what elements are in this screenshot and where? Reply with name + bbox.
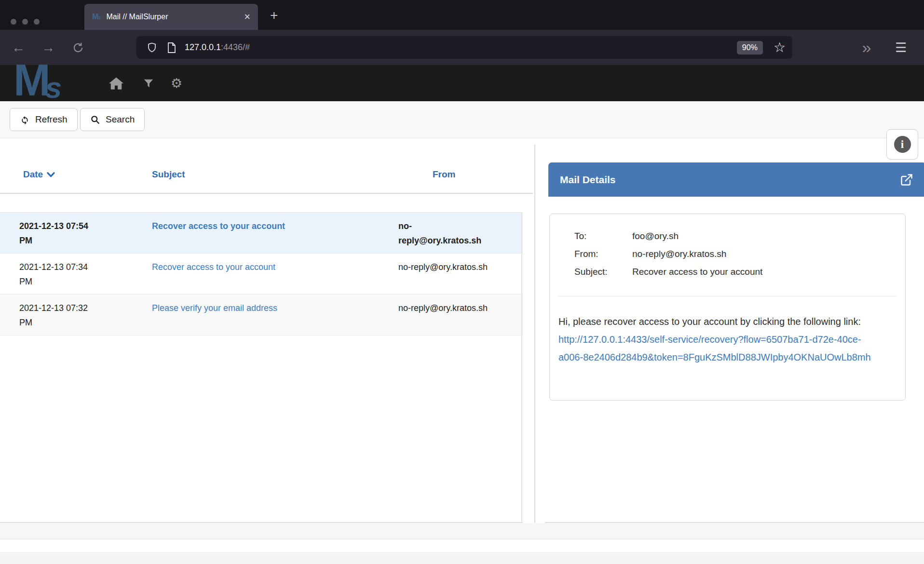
- browser-tab[interactable]: Ms Mail // MailSlurper ×: [84, 4, 258, 30]
- column-header-from[interactable]: From: [433, 169, 456, 180]
- sort-desc-chevron-icon: [47, 171, 55, 178]
- subject-label: Subject:: [574, 263, 632, 281]
- mail-row[interactable]: 2021-12-13 07:34 PM Recover access to yo…: [0, 254, 521, 295]
- info-button[interactable]: i: [886, 129, 918, 160]
- mail-subject-link[interactable]: Recover access to your account: [152, 221, 285, 231]
- mail-row[interactable]: 2021-12-13 07:54 PM Recover access to yo…: [0, 213, 521, 254]
- search-icon: [90, 115, 100, 125]
- table-header-divider: [0, 193, 533, 194]
- column-header-subject[interactable]: Subject: [152, 169, 185, 180]
- recovery-link[interactable]: http://127.0.0.1:4433/self-service/recov…: [558, 334, 871, 363]
- refresh-button[interactable]: Refresh: [10, 108, 78, 131]
- filter-funnel-icon[interactable]: [143, 65, 154, 101]
- new-tab-button[interactable]: +: [270, 8, 278, 23]
- subject-value: Recover access to your account: [632, 263, 762, 281]
- url-bar[interactable]: 127.0.0.1:4436/# 90% ☆: [136, 36, 792, 59]
- column-header-date[interactable]: Date: [23, 169, 55, 180]
- bookmark-star-icon[interactable]: ☆: [774, 41, 786, 54]
- reload-icon[interactable]: [68, 30, 88, 65]
- from-value: no-reply@ory.kratos.sh: [632, 245, 726, 263]
- mail-body: Hi, please recover access to your accoun…: [550, 296, 885, 366]
- window-control-dot[interactable]: [11, 19, 16, 25]
- mailslurper-logo: M s: [14, 61, 62, 99]
- mail-from: no-reply@ory.kratos.sh: [398, 260, 488, 274]
- browser-window: Ms Mail // MailSlurper × + ← →: [0, 0, 924, 564]
- mail-date: 2021-12-13 07:54 PM: [19, 219, 99, 248]
- mail-details-header: Mail Details: [548, 162, 924, 197]
- app-toolbar: Refresh Search: [0, 101, 924, 138]
- shield-icon[interactable]: [146, 42, 158, 54]
- mail-details-title: Mail Details: [560, 174, 616, 186]
- info-icon: i: [894, 136, 911, 153]
- tab-title: Mail // MailSlurper: [106, 13, 244, 21]
- to-value: foo@ory.sh: [632, 227, 679, 245]
- url-text: 127.0.0.1:4436/#: [185, 42, 250, 53]
- mail-body-text: Hi, please recover access to your accoun…: [558, 316, 861, 327]
- tab-strip: Ms Mail // MailSlurper × +: [0, 0, 924, 30]
- mail-meta: To: foo@ory.sh From: no-reply@ory.kratos…: [550, 214, 905, 281]
- panel-divider: [534, 145, 535, 539]
- page-icon[interactable]: [166, 42, 177, 54]
- tab-close-icon[interactable]: ×: [244, 12, 250, 22]
- mail-subject-link[interactable]: Please verify your email address: [152, 303, 277, 313]
- menu-hamburger-icon[interactable]: ☰: [890, 30, 911, 65]
- window-control-dot[interactable]: [22, 19, 28, 25]
- mail-date: 2021-12-13 07:32 PM: [19, 301, 99, 330]
- window-controls: [11, 19, 40, 25]
- navigation-toolbar: ← → 127.0.0.1:4436/# 90% ☆ » ☰: [0, 30, 924, 65]
- horizontal-scrollbar: [0, 553, 924, 564]
- mail-from: no-reply@ory.kratos.sh: [398, 219, 491, 248]
- mail-row[interactable]: 2021-12-13 07:32 PM Please verify your e…: [0, 295, 521, 336]
- open-external-icon[interactable]: [900, 173, 913, 187]
- bottom-strip: [0, 540, 924, 553]
- mail-details-card: To: foo@ory.sh From: no-reply@ory.kratos…: [549, 214, 906, 401]
- search-button[interactable]: Search: [80, 108, 145, 131]
- mailslurper-favicon-icon: Ms: [92, 13, 100, 21]
- overflow-chevrons-icon[interactable]: »: [856, 30, 877, 65]
- refresh-icon: [20, 115, 30, 125]
- mail-date: 2021-12-13 07:34 PM: [19, 260, 99, 289]
- mail-subject-link[interactable]: Recover access to your account: [152, 262, 275, 272]
- to-label: To:: [574, 227, 632, 245]
- mail-from: no-reply@ory.kratos.sh: [398, 301, 488, 315]
- from-label: From:: [574, 245, 632, 263]
- zoom-level-badge[interactable]: 90%: [737, 41, 763, 54]
- mailslurper-header: M s ⚙: [0, 65, 924, 101]
- bottom-strip: [0, 523, 924, 539]
- window-control-dot[interactable]: [34, 19, 40, 25]
- mail-list: 2021-12-13 07:54 PM Recover access to yo…: [0, 212, 522, 523]
- home-icon[interactable]: [109, 65, 123, 101]
- gear-icon[interactable]: ⚙: [171, 65, 182, 101]
